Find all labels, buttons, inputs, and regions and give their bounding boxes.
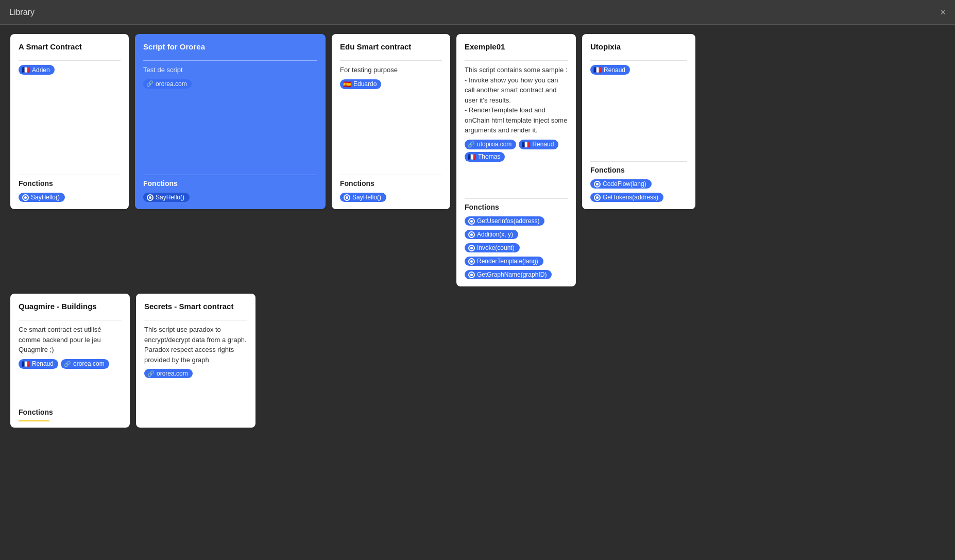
divider2: [590, 161, 687, 162]
divider2: [340, 175, 442, 175]
card-title-exemple01: Exemple01: [465, 42, 568, 51]
fonctions-label: Fonctions: [590, 166, 687, 174]
card-desc-quagmire: Ce smart contract est utilisé comme back…: [19, 325, 122, 355]
func-codeflow[interactable]: CodeFlow(lang): [590, 179, 652, 189]
fonctions-label: Fonctions: [19, 179, 121, 188]
card-title-edu: Edu Smart contract: [340, 42, 442, 51]
tags-row: 🔗utopixia.com 🇫🇷Renaud 🇫🇷Thomas: [465, 140, 568, 162]
func-icon: [594, 194, 601, 201]
tag-adrien[interactable]: 🇫🇷Adrien: [19, 65, 55, 75]
func-getuserinfos[interactable]: GetUserInfos(address): [465, 216, 544, 226]
close-button[interactable]: ×: [940, 8, 946, 17]
fonctions-label: Fonctions: [465, 203, 568, 211]
divider2: [465, 198, 568, 199]
divider: [19, 60, 121, 61]
card-title-a-smart-contract: A Smart Contract: [19, 42, 121, 51]
card-exemple01: Exemple01 This script contains some samp…: [456, 34, 576, 286]
card-quagmire-buildings: Quagmire - Buildings Ce smart contract e…: [10, 294, 130, 428]
divider: [340, 60, 442, 61]
func-sayhello[interactable]: SayHello(): [19, 193, 65, 202]
func-icon: [468, 218, 475, 225]
divider: [144, 320, 247, 320]
functions-row: SayHello(): [340, 192, 442, 203]
tag-thomas[interactable]: 🇫🇷Thomas: [465, 152, 505, 162]
functions-row: SayHello(): [19, 192, 121, 203]
divider: [19, 320, 122, 320]
tag-ororea[interactable]: 🔗ororea.com: [143, 79, 192, 89]
divider: [143, 60, 317, 61]
func-icon: [594, 181, 601, 188]
divider2: [19, 175, 121, 175]
tag-ororea[interactable]: 🔗ororea.com: [61, 359, 109, 369]
card-title-quagmire: Quagmire - Buildings: [19, 302, 122, 311]
tag-ororea[interactable]: 🔗ororea.com: [144, 369, 193, 378]
divider2: [143, 175, 317, 175]
func-rendertemplate[interactable]: RenderTemplate(lang): [465, 257, 543, 266]
cards-row-2: Quagmire - Buildings Ce smart contract e…: [10, 294, 945, 428]
card-script-for-ororea: Script for Ororea Test de script 🔗ororea…: [135, 34, 326, 209]
func-icon: [468, 231, 475, 238]
func-icon: [344, 194, 350, 201]
tags-row: 🔗ororea.com: [143, 79, 317, 89]
card-a-smart-contract: A Smart Contract 🇫🇷Adrien Fonctions SayH…: [10, 34, 129, 209]
card-desc-edu: For testing purpose: [340, 65, 442, 75]
func-sayhello[interactable]: SayHello(): [143, 193, 190, 202]
tag-renaud[interactable]: 🇫🇷Renaud: [19, 359, 58, 369]
card-title-secrets: Secrets - Smart contract: [144, 302, 247, 311]
func-icon: [468, 258, 475, 265]
card-secrets-smart-contract: Secrets - Smart contract This script use…: [136, 294, 255, 428]
func-addition[interactable]: Addition(x, y): [465, 230, 518, 239]
tags-row: 🇫🇷Adrien: [19, 65, 121, 75]
functions-row: CodeFlow(lang) GetTokens(address): [590, 178, 687, 203]
tag-renaud[interactable]: 🇫🇷Renaud: [519, 140, 558, 149]
func-icon: [147, 194, 154, 201]
titlebar: Library ×: [0, 0, 955, 25]
functions-row: SayHello(): [143, 192, 317, 203]
card-desc-exemple01: This script contains some sample :- Invo…: [465, 65, 568, 135]
library-title: Library: [9, 8, 35, 17]
cards-row-1: A Smart Contract 🇫🇷Adrien Fonctions SayH…: [10, 34, 945, 286]
tags-row: 🇫🇷Renaud: [590, 65, 687, 75]
bottom-divider: [19, 420, 49, 421]
card-edu-smart-contract: Edu Smart contract For testing purpose 🇪…: [332, 34, 450, 209]
tag-utopixia[interactable]: 🔗utopixia.com: [465, 140, 516, 149]
tag-eduardo[interactable]: 🇪🇸Eduardo: [340, 79, 381, 89]
func-sayhello[interactable]: SayHello(): [340, 193, 386, 202]
tags-row: 🔗ororea.com: [144, 369, 247, 378]
tags-row: 🇫🇷Renaud 🔗ororea.com: [19, 359, 122, 369]
card-utopixia: Utopixia 🇫🇷Renaud Fonctions CodeFlow(lan…: [582, 34, 695, 209]
tag-renaud[interactable]: 🇫🇷Renaud: [590, 65, 630, 75]
func-invoke[interactable]: Invoke(count): [465, 243, 520, 252]
divider: [465, 60, 568, 61]
func-getgraphname[interactable]: GetGraphName(graphID): [465, 270, 552, 279]
fonctions-label: Fonctions: [19, 408, 122, 416]
fonctions-label: Fonctions: [143, 179, 317, 188]
card-desc-script-for-ororea: Test de script: [143, 65, 317, 75]
fonctions-bottom: Fonctions: [19, 408, 122, 421]
card-title-utopixia: Utopixia: [590, 42, 687, 51]
fonctions-label: Fonctions: [340, 179, 442, 188]
divider: [590, 60, 687, 61]
func-icon: [468, 245, 475, 251]
func-icon: [22, 194, 29, 201]
card-desc-secrets: This script use paradox to encrypt/decry…: [144, 325, 247, 365]
functions-row: GetUserInfos(address) Addition(x, y) Inv…: [465, 215, 568, 280]
tags-row: 🇪🇸Eduardo: [340, 79, 442, 89]
func-icon: [468, 271, 475, 278]
library-content: A Smart Contract 🇫🇷Adrien Fonctions SayH…: [0, 25, 955, 444]
func-gettokens[interactable]: GetTokens(address): [590, 193, 663, 202]
card-title-script-for-ororea: Script for Ororea: [143, 42, 317, 51]
